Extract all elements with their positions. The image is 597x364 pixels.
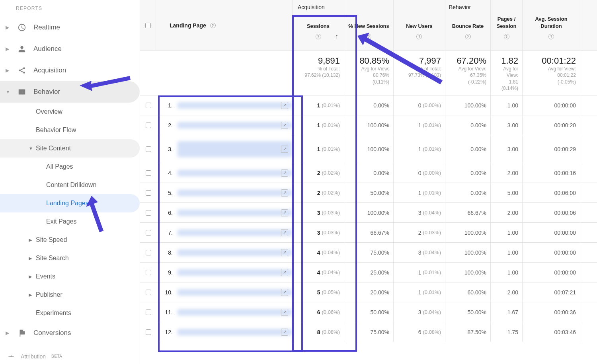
open-in-new-icon[interactable]: ↗ bbox=[281, 146, 288, 153]
subsub-exit-pages[interactable]: Exit Pages bbox=[0, 212, 140, 231]
open-in-new-icon[interactable]: ↗ bbox=[281, 309, 288, 316]
landing-page-cell[interactable]: 5. ↗ bbox=[156, 183, 293, 202]
table-row: 1. ↗ 1(0.01%) 0.00% 0(0.00%) 100.00% 1.0… bbox=[140, 95, 597, 115]
row-checkbox[interactable] bbox=[140, 115, 156, 135]
row-checkbox[interactable] bbox=[140, 322, 156, 342]
row-checkbox[interactable] bbox=[140, 243, 156, 262]
landing-page-cell[interactable]: 11. ↗ bbox=[156, 302, 293, 322]
landing-page-link-blurred bbox=[178, 249, 292, 256]
chevron-right-icon: ▶ bbox=[29, 292, 33, 298]
col-sessions[interactable]: Sessions? ↑ bbox=[293, 0, 344, 51]
help-icon[interactable]: ? bbox=[210, 23, 216, 28]
open-in-new-icon[interactable]: ↗ bbox=[281, 249, 288, 256]
nav-item-audience[interactable]: ▶ Audience bbox=[0, 38, 140, 60]
report-table: Acquisition Behavior Landing Page ? Sess… bbox=[140, 0, 597, 364]
sub-behavior-flow[interactable]: Behavior Flow bbox=[0, 121, 140, 139]
help-icon[interactable]: ? bbox=[548, 34, 554, 39]
nav-label: Conversions bbox=[33, 329, 71, 337]
help-icon[interactable]: ? bbox=[366, 34, 371, 39]
cell-pps: 1.00 bbox=[491, 95, 523, 115]
help-icon[interactable]: ? bbox=[504, 34, 509, 39]
nav-item-realtime[interactable]: ▶ Realtime bbox=[0, 17, 140, 38]
row-checkbox[interactable] bbox=[140, 223, 156, 242]
nav-item-conversions[interactable]: ▶ Conversions bbox=[0, 322, 140, 344]
landing-page-cell[interactable]: 1. ↗ bbox=[156, 95, 293, 115]
landing-page-link-blurred bbox=[178, 102, 292, 109]
table-header: Acquisition Behavior Landing Page ? Sess… bbox=[140, 0, 597, 51]
sub-site-speed[interactable]: ▶Site Speed bbox=[0, 231, 140, 249]
select-all-checkbox[interactable] bbox=[140, 0, 156, 51]
subsub-all-pages[interactable]: All Pages bbox=[0, 158, 140, 176]
cell-dur: 00:06:00 bbox=[523, 183, 580, 202]
landing-page-cell[interactable]: 9. ↗ bbox=[156, 263, 293, 282]
cell-pct-new: 75.00% bbox=[344, 322, 394, 342]
table-row: 6. ↗ 3(0.03%) 100.00% 3(0.04%) 66.67% 2.… bbox=[140, 203, 597, 223]
nav-item-behavior[interactable]: ▼ Behavior bbox=[0, 81, 140, 103]
landing-page-cell[interactable]: 2. ↗ bbox=[156, 115, 293, 135]
cell-bounce: 0.00% bbox=[445, 135, 491, 163]
cell-pps: 1.00 bbox=[491, 223, 523, 242]
open-in-new-icon[interactable]: ↗ bbox=[281, 189, 288, 197]
landing-page-cell[interactable]: 8. ↗ bbox=[156, 243, 293, 262]
cell-sessions: 1(0.01%) bbox=[293, 115, 344, 135]
open-in-new-icon[interactable]: ↗ bbox=[281, 169, 288, 177]
cell-pps: 1.75 bbox=[491, 322, 523, 342]
col-pages-per-session[interactable]: Pages / Session? bbox=[491, 0, 523, 51]
row-checkbox[interactable] bbox=[140, 95, 156, 115]
help-icon[interactable]: ? bbox=[465, 34, 471, 39]
cell-sessions: 3(0.03%) bbox=[293, 223, 344, 242]
cell-pct-new: 0.00% bbox=[344, 95, 394, 115]
sub-experiments[interactable]: Experiments bbox=[0, 304, 140, 322]
row-checkbox[interactable] bbox=[140, 282, 156, 302]
open-in-new-icon[interactable]: ↗ bbox=[281, 122, 288, 129]
table-row: 7. ↗ 3(0.03%) 66.67% 2(0.03%) 100.00% 1.… bbox=[140, 223, 597, 243]
col-pct-new[interactable]: % New Sessions? bbox=[344, 0, 394, 51]
col-landing-page[interactable]: Landing Page ? bbox=[156, 0, 293, 51]
subsub-content-drilldown[interactable]: Content Drilldown bbox=[0, 176, 140, 194]
row-checkbox[interactable] bbox=[140, 302, 156, 322]
nav-label: Behavior bbox=[33, 88, 60, 96]
subsub-landing-pages[interactable]: Landing Pages bbox=[0, 194, 140, 212]
row-checkbox[interactable] bbox=[140, 263, 156, 282]
cell-new-users: 1(0.01%) bbox=[394, 135, 445, 163]
row-number: 12. bbox=[162, 329, 173, 335]
help-icon[interactable]: ? bbox=[316, 34, 321, 39]
summary-dur: 00:01:22 Avg for View: 00:01:22 (-0.05%) bbox=[523, 51, 580, 95]
row-number: 9. bbox=[162, 269, 173, 276]
landing-page-cell[interactable]: 12. ↗ bbox=[156, 322, 293, 342]
cell-pct-new: 20.00% bbox=[344, 282, 394, 302]
share-icon bbox=[18, 66, 26, 75]
sub-site-content[interactable]: ▼ Site Content bbox=[0, 139, 140, 158]
sub-events[interactable]: ▶Events bbox=[0, 267, 140, 286]
cell-dur: 00:00:29 bbox=[523, 135, 580, 163]
row-checkbox[interactable] bbox=[140, 203, 156, 222]
open-in-new-icon[interactable]: ↗ bbox=[281, 269, 288, 276]
sub-publisher[interactable]: ▶Publisher bbox=[0, 286, 140, 304]
row-checkbox[interactable] bbox=[140, 183, 156, 202]
row-number: 4. bbox=[162, 170, 173, 176]
open-in-new-icon[interactable]: ↗ bbox=[281, 289, 288, 296]
sub-site-search[interactable]: ▶Site Search bbox=[0, 249, 140, 267]
cell-pps: 1.00 bbox=[491, 243, 523, 262]
landing-page-cell[interactable]: 3. ↗ bbox=[156, 135, 293, 163]
landing-page-cell[interactable]: 4. ↗ bbox=[156, 163, 293, 183]
row-checkbox[interactable] bbox=[140, 135, 156, 163]
cell-pct-new: 25.00% bbox=[344, 263, 394, 282]
landing-page-cell[interactable]: 10. ↗ bbox=[156, 282, 293, 302]
col-new-users[interactable]: New Users? bbox=[394, 0, 445, 51]
help-icon[interactable]: ? bbox=[416, 34, 422, 39]
nav-item-attribution[interactable]: Attribution BETA bbox=[7, 352, 62, 361]
cell-pps: 1.00 bbox=[491, 263, 523, 282]
col-bounce[interactable]: Bounce Rate? bbox=[445, 0, 491, 51]
open-in-new-icon[interactable]: ↗ bbox=[281, 209, 288, 216]
open-in-new-icon[interactable]: ↗ bbox=[281, 229, 288, 236]
landing-page-cell[interactable]: 6. ↗ bbox=[156, 203, 293, 222]
sub-overview[interactable]: Overview bbox=[0, 103, 140, 121]
open-in-new-icon[interactable]: ↗ bbox=[281, 102, 288, 109]
col-avg-duration[interactable]: Avg. Session Duration? bbox=[523, 0, 580, 51]
nav-item-acquisition[interactable]: ▶ Acquisition bbox=[0, 60, 140, 81]
cell-dur: 00:00:00 bbox=[523, 243, 580, 262]
row-checkbox[interactable] bbox=[140, 163, 156, 183]
landing-page-cell[interactable]: 7. ↗ bbox=[156, 223, 293, 242]
open-in-new-icon[interactable]: ↗ bbox=[281, 329, 288, 336]
